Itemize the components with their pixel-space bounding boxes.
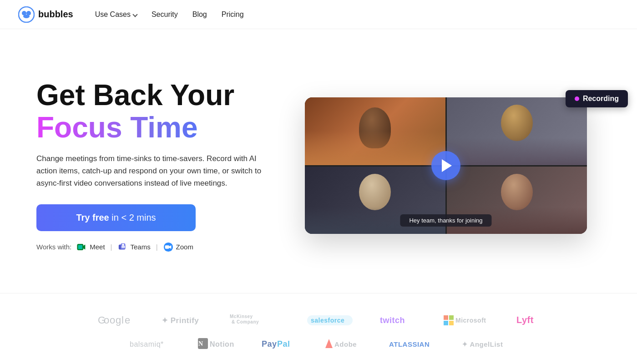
svg-text:e: e bbox=[125, 314, 131, 326]
svg-text:balsamiq*: balsamiq* bbox=[130, 340, 164, 348]
salesforce-logo-icon: salesforce bbox=[307, 313, 353, 326]
twitch-logo-icon: twitch bbox=[380, 313, 416, 326]
angellist-logo-icon: ✦ AngelList bbox=[462, 337, 507, 350]
svg-rect-10 bbox=[121, 246, 125, 248]
svg-point-3 bbox=[23, 15, 30, 18]
separator-1: | bbox=[111, 243, 112, 251]
works-with-label: Works with: bbox=[36, 243, 71, 251]
integration-meet: Meet bbox=[77, 242, 105, 252]
notion-logo-icon: N Notion bbox=[198, 337, 234, 350]
svg-text:Lyft: Lyft bbox=[516, 315, 534, 325]
play-button[interactable] bbox=[431, 151, 460, 180]
svg-text:o: o bbox=[110, 314, 116, 326]
svg-marker-37 bbox=[325, 339, 333, 348]
video-wrapper[interactable]: Hey team, thanks for joining bbox=[305, 97, 587, 234]
svg-rect-12 bbox=[165, 245, 169, 248]
logo-mckinsey: McKinsey & Company bbox=[230, 312, 280, 328]
cta-bold: Try free bbox=[76, 212, 109, 222]
svg-point-9 bbox=[122, 243, 124, 246]
works-with: Works with: Meet | bbox=[36, 242, 264, 252]
svg-text:Adobe: Adobe bbox=[334, 340, 357, 348]
person-4-face bbox=[501, 174, 533, 210]
logo-google: G o o g l e bbox=[98, 313, 134, 326]
nav-blog[interactable]: Blog bbox=[192, 10, 207, 19]
svg-rect-25 bbox=[444, 315, 448, 320]
logo-lyft: Lyft bbox=[516, 313, 539, 326]
integration-teams: Teams bbox=[118, 242, 151, 252]
svg-text:l: l bbox=[121, 314, 124, 326]
chevron-down-icon bbox=[132, 12, 137, 17]
svg-rect-26 bbox=[449, 315, 454, 320]
separator-2: | bbox=[156, 243, 158, 251]
svg-text:& Company: & Company bbox=[232, 319, 259, 324]
logo-twitch: twitch bbox=[380, 313, 416, 326]
nav-use-cases[interactable]: Use Cases bbox=[95, 10, 137, 19]
hero-description: Change meetings from time-sinks to time-… bbox=[36, 152, 264, 190]
logo-atlassian: ATLASSIAN bbox=[389, 337, 435, 350]
video-cell-1 bbox=[305, 97, 445, 165]
atlassian-logo-icon: ATLASSIAN bbox=[389, 337, 435, 350]
balsamiq-logo-icon: balsamiq* bbox=[130, 337, 171, 350]
logos-row-2: balsamiq* N Notion Pay Pal Adobe A bbox=[36, 337, 601, 350]
svg-text:Microsoft: Microsoft bbox=[455, 317, 486, 324]
hero-right: Recording bbox=[291, 97, 601, 234]
svg-text:✦ AngelList: ✦ AngelList bbox=[462, 340, 503, 348]
svg-rect-6 bbox=[78, 245, 82, 249]
svg-text:g: g bbox=[116, 314, 121, 326]
logo-paypal: Pay Pal bbox=[262, 337, 298, 350]
logo-microsoft: Microsoft bbox=[444, 313, 489, 326]
svg-text:salesforce: salesforce bbox=[311, 317, 344, 324]
svg-text:Pay: Pay bbox=[262, 339, 277, 349]
svg-text:Notion: Notion bbox=[210, 340, 234, 348]
svg-text:Pal: Pal bbox=[277, 339, 290, 349]
nav-pricing[interactable]: Pricing bbox=[222, 10, 244, 19]
video-subtitle: Hey team, thanks for joining bbox=[400, 214, 491, 227]
logo-notion: N Notion bbox=[198, 337, 234, 350]
nav-security[interactable]: Security bbox=[152, 10, 178, 19]
hero-left: Get Back Your Focus Time Change meetings… bbox=[36, 79, 264, 252]
logo-icon bbox=[18, 6, 35, 23]
hero-title-line1: Get Back Your bbox=[36, 79, 264, 111]
microsoft-logo-icon: Microsoft bbox=[444, 313, 489, 326]
svg-text:McKinsey: McKinsey bbox=[230, 314, 253, 319]
mckinsey-logo-icon: McKinsey & Company bbox=[230, 312, 280, 328]
lyft-logo-icon: Lyft bbox=[516, 313, 539, 326]
integration-zoom: Zoom bbox=[163, 242, 193, 252]
logos-section: G o o g l e ✦ Printify McKinsey & Compan… bbox=[0, 293, 637, 364]
logos-row-1: G o o g l e ✦ Printify McKinsey & Compan… bbox=[36, 312, 601, 328]
logo-balsamiq: balsamiq* bbox=[130, 337, 171, 350]
svg-text:twitch: twitch bbox=[380, 316, 405, 325]
logo-adobe: Adobe bbox=[325, 337, 362, 350]
svg-rect-27 bbox=[444, 321, 448, 325]
adobe-logo-icon: Adobe bbox=[325, 337, 362, 350]
recording-badge: Recording bbox=[566, 90, 628, 107]
person-2-face bbox=[501, 105, 533, 141]
logo-link[interactable]: bubbles bbox=[18, 6, 73, 23]
try-free-button[interactable]: Try free in < 2 mins bbox=[36, 204, 196, 231]
ms-teams-icon bbox=[118, 242, 128, 252]
teams-label: Teams bbox=[131, 243, 151, 251]
nav-links: Use Cases Security Blog Pricing bbox=[95, 10, 244, 19]
hero-title-line2: Focus Time bbox=[36, 111, 264, 143]
logo-printify: ✦ Printify bbox=[162, 313, 202, 326]
cta-light: in < 2 mins bbox=[109, 212, 156, 222]
svg-text:o: o bbox=[104, 314, 110, 326]
person-3-face bbox=[359, 174, 391, 210]
recording-label: Recording bbox=[583, 95, 619, 103]
printify-logo-icon: ✦ Printify bbox=[162, 313, 202, 326]
google-logo-icon: G o o g l e bbox=[98, 313, 134, 326]
hero-section: Get Back Your Focus Time Change meetings… bbox=[0, 29, 637, 293]
svg-rect-28 bbox=[449, 321, 454, 325]
play-triangle-icon bbox=[442, 159, 452, 172]
svg-text:ATLASSIAN: ATLASSIAN bbox=[389, 340, 430, 348]
video-cell-2 bbox=[447, 97, 587, 165]
meet-label: Meet bbox=[90, 243, 105, 251]
paypal-logo-icon: Pay Pal bbox=[262, 337, 298, 350]
recording-dot bbox=[575, 96, 579, 101]
navigation: bubbles Use Cases Security Blog Pricing bbox=[0, 0, 637, 29]
logo-salesforce: salesforce bbox=[307, 313, 353, 326]
google-meet-icon bbox=[77, 242, 87, 252]
zoom-label: Zoom bbox=[176, 243, 193, 251]
svg-text:N: N bbox=[198, 340, 203, 347]
svg-text:✦ Printify: ✦ Printify bbox=[162, 316, 199, 325]
